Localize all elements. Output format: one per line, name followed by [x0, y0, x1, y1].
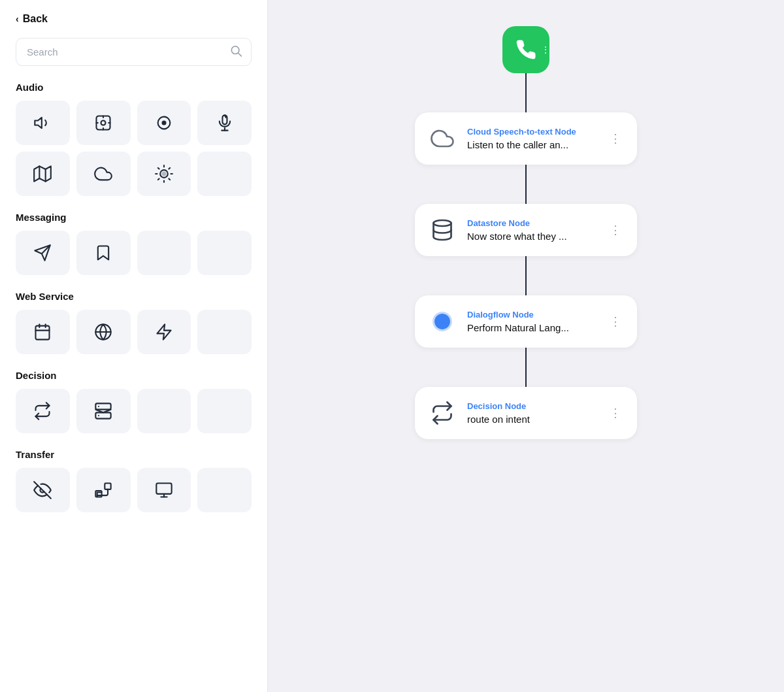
svg-point-6: [161, 121, 166, 125]
svg-point-34: [434, 220, 451, 226]
calendar-cell[interactable]: [16, 310, 70, 354]
datastore-title: Datastore Node: [467, 218, 596, 228]
globe-cell[interactable]: [76, 310, 131, 354]
webservice-empty-1: [197, 310, 252, 354]
datastore-icon: [428, 216, 457, 244]
dialogflow-node[interactable]: Dialogflow Node Perform Natural Lang... …: [415, 295, 637, 348]
dialogflow-content: Dialogflow Node Perform Natural Lang...: [467, 310, 596, 333]
decision-empty-2: [197, 389, 252, 433]
send-cell[interactable]: [16, 231, 70, 275]
decision-empty-1: [137, 389, 191, 433]
decision-content: Decision Node route on intent: [467, 401, 596, 425]
datastore-menu[interactable]: ⋮: [607, 220, 624, 240]
chevron-left-icon: ‹: [16, 14, 19, 24]
flow-container: ⋮ Cloud Speech-to-text Node Listen to th…: [415, 13, 637, 439]
back-button[interactable]: ‹ Back: [16, 13, 252, 25]
bookmark-cell[interactable]: [76, 231, 131, 275]
datastore-desc: Now store what they ...: [467, 231, 596, 242]
svg-rect-17: [36, 326, 50, 340]
transfer-cell[interactable]: [76, 468, 131, 512]
map-cell[interactable]: [16, 152, 70, 196]
connector-1: [525, 73, 527, 112]
connector-4: [525, 348, 527, 387]
monitor-cell[interactable]: [137, 468, 191, 512]
datastore-node[interactable]: Datastore Node Now store what they ... ⋮: [415, 204, 637, 256]
start-node-dots: ⋮: [541, 44, 551, 55]
decision-menu[interactable]: ⋮: [607, 403, 624, 423]
category-transfer-label: Transfer: [16, 449, 252, 460]
sun-cell[interactable]: [137, 152, 191, 196]
dialogflow-title: Dialogflow Node: [467, 310, 596, 320]
datastore-content: Datastore Node Now store what they ...: [467, 218, 596, 242]
search-input[interactable]: [16, 38, 252, 66]
category-webservice-label: Web Service: [16, 291, 252, 302]
webservice-grid: [16, 310, 252, 354]
decision-node[interactable]: Decision Node route on intent ⋮: [415, 387, 637, 439]
eye-off-cell[interactable]: [16, 468, 70, 512]
canvas: ⋮ Cloud Speech-to-text Node Listen to th…: [268, 0, 784, 692]
cloud-speech-content: Cloud Speech-to-text Node Listen to the …: [467, 127, 596, 150]
decision-desc: route on intent: [467, 414, 596, 425]
dialogflow-icon: [428, 307, 457, 336]
messaging-grid: [16, 231, 252, 275]
svg-point-14: [161, 172, 166, 176]
svg-rect-31: [156, 484, 171, 494]
category-decision-label: Decision: [16, 370, 252, 381]
back-label: Back: [23, 13, 48, 25]
decision-icon: [428, 399, 457, 427]
svg-point-4: [101, 121, 106, 125]
svg-marker-23: [157, 324, 171, 339]
svg-rect-24: [95, 403, 110, 409]
cloud-speech-desc: Listen to the caller an...: [467, 139, 596, 150]
decision-grid: [16, 389, 252, 433]
cloud-speech-node[interactable]: Cloud Speech-to-text Node Listen to the …: [415, 112, 637, 165]
server-cell[interactable]: [76, 389, 131, 433]
svg-rect-30: [105, 484, 110, 489]
category-messaging-label: Messaging: [16, 212, 252, 223]
route-cell[interactable]: [16, 389, 70, 433]
start-node[interactable]: ⋮: [502, 26, 549, 73]
record-cell[interactable]: [137, 101, 191, 145]
dialogflow-desc: Perform Natural Lang...: [467, 322, 596, 333]
messaging-empty-1: [137, 231, 191, 275]
sidebar: ‹ Back Audio: [0, 0, 268, 692]
dialogflow-menu[interactable]: ⋮: [607, 312, 624, 331]
transfer-empty-1: [197, 468, 252, 512]
lightning-cell[interactable]: [137, 310, 191, 354]
connector-2: [525, 165, 527, 204]
cloud-cell[interactable]: [76, 152, 131, 196]
svg-rect-25: [95, 412, 110, 418]
search-wrapper: [16, 38, 252, 66]
decision-title: Decision Node: [467, 401, 596, 411]
category-audio-label: Audio: [16, 82, 252, 93]
transfer-grid: [16, 468, 252, 512]
mic-cell[interactable]: [197, 101, 252, 145]
cloud-speech-icon: [428, 124, 457, 153]
svg-marker-2: [35, 118, 42, 128]
volume-cell[interactable]: [16, 101, 70, 145]
audio-settings-cell[interactable]: [76, 101, 131, 145]
messaging-empty-2: [197, 231, 252, 275]
svg-marker-10: [35, 166, 52, 181]
connector-3: [525, 256, 527, 295]
search-icon: [229, 44, 242, 60]
cloud-speech-title: Cloud Speech-to-text Node: [467, 127, 596, 137]
audio-grid: [16, 101, 252, 196]
cloud-speech-menu[interactable]: ⋮: [607, 129, 624, 148]
svg-line-1: [238, 53, 242, 56]
audio-empty-cell: [197, 152, 252, 196]
